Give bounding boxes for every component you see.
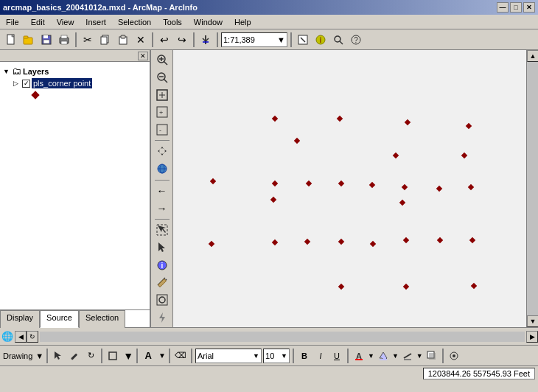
drawing-sep-6 <box>293 349 294 363</box>
go-back-button[interactable]: ← <box>153 183 171 200</box>
pan-button[interactable] <box>153 143 171 160</box>
maximize-button[interactable]: □ <box>510 2 522 13</box>
save-button[interactable] <box>38 32 55 48</box>
close-button[interactable]: ✕ <box>523 2 535 13</box>
map-point <box>469 237 475 243</box>
open-button[interactable] <box>21 32 37 48</box>
layer-name[interactable]: pls_corner point <box>32 78 92 88</box>
scroll-right-button[interactable]: ▶ <box>526 331 538 343</box>
select-button[interactable] <box>153 222 171 239</box>
scroll-left-button[interactable]: ◀ <box>15 331 27 343</box>
add-data-button[interactable] <box>198 32 214 48</box>
tab-display[interactable]: Display <box>0 310 40 328</box>
bold-button[interactable]: B <box>297 349 312 363</box>
drawing-select-button[interactable] <box>51 349 66 363</box>
title-bar: arcmap_basics_20041012a.mxd - ArcMap - A… <box>0 0 538 15</box>
fixed-zoom-out-button[interactable]: - <box>153 122 171 139</box>
zoom-in-button[interactable] <box>153 52 171 69</box>
drawing-sep-8 <box>442 349 444 363</box>
menu-insert[interactable]: Insert <box>83 16 109 28</box>
menu-view[interactable]: View <box>54 16 77 28</box>
zoom-out-button[interactable] <box>153 69 171 86</box>
side-separator-3 <box>155 219 170 220</box>
full-extent-button[interactable] <box>153 86 171 103</box>
circle-dot-button[interactable] <box>447 349 461 363</box>
drawing-pencil-button[interactable] <box>67 349 82 363</box>
svg-marker-44 <box>158 242 165 252</box>
panel-close-button[interactable]: ✕ <box>138 52 148 60</box>
copy-button[interactable] <box>97 32 113 48</box>
find-button[interactable] <box>330 32 346 48</box>
new-button[interactable] <box>3 32 19 48</box>
drawing-rect-button[interactable] <box>105 349 120 363</box>
italic-button[interactable]: I <box>313 349 328 363</box>
horizontal-scrollbar[interactable] <box>40 332 525 342</box>
identify-button[interactable]: i <box>312 32 329 48</box>
map-point <box>405 119 411 125</box>
undo-button[interactable]: ↩ <box>156 32 172 48</box>
menu-edit[interactable]: Edit <box>28 16 48 28</box>
paste-button[interactable] <box>115 32 131 48</box>
fill-color-button[interactable] <box>376 349 391 363</box>
expand-icon[interactable]: ▼ <box>3 68 10 75</box>
panel-header: ✕ <box>0 50 150 62</box>
redo-button[interactable]: ↪ <box>174 32 190 48</box>
minimize-button[interactable]: — <box>497 2 509 13</box>
line-color-button[interactable] <box>400 349 415 363</box>
magnify-button[interactable] <box>153 292 171 309</box>
help-button[interactable]: ? <box>348 32 364 48</box>
tab-source[interactable]: Source <box>40 310 79 328</box>
scroll-up-button[interactable]: ▲ <box>527 50 538 62</box>
scroll-down-button[interactable]: ▼ <box>527 315 538 327</box>
size-combo[interactable]: 10 ▼ <box>263 349 290 363</box>
drawing-rotate-button[interactable]: ↻ <box>83 349 98 363</box>
pointer-button[interactable] <box>153 239 171 256</box>
underline-button[interactable]: U <box>329 349 344 363</box>
globe-button[interactable] <box>153 161 171 178</box>
scale-combo[interactable]: 1:71,389 ▼ <box>221 32 287 47</box>
shadow-button[interactable] <box>425 349 439 363</box>
map-point <box>304 239 310 245</box>
editor-toolbar-button[interactable] <box>295 32 311 48</box>
map-point <box>370 241 376 247</box>
effects-button[interactable] <box>153 309 171 326</box>
menu-selection[interactable]: Selection <box>115 16 154 28</box>
map-point <box>209 241 214 247</box>
refresh-button[interactable]: ↻ <box>27 331 38 343</box>
map-point <box>210 178 216 184</box>
identify-tool-button[interactable]: i <box>153 256 171 273</box>
layer-expand-icon[interactable]: ▷ <box>13 80 21 87</box>
scroll-track-v[interactable] <box>527 62 538 315</box>
map-point <box>338 181 344 186</box>
svg-rect-9 <box>61 41 67 44</box>
drawing-eraser-button[interactable]: ⌫ <box>173 349 188 363</box>
menu-window[interactable]: Window <box>191 16 226 28</box>
menu-help[interactable]: Help <box>231 16 254 28</box>
svg-rect-6 <box>43 40 49 43</box>
svg-line-26 <box>164 61 167 65</box>
title-bar-buttons: — □ ✕ <box>497 2 535 13</box>
fixed-zoom-in-button[interactable]: + <box>153 104 171 121</box>
svg-rect-5 <box>43 35 48 38</box>
drawing-text-button[interactable]: A <box>141 349 156 363</box>
layer-checkbox[interactable]: ✓ <box>22 80 30 88</box>
menu-bar: File Edit View Insert Selection Tools Wi… <box>0 15 538 29</box>
menu-file[interactable]: File <box>3 16 22 28</box>
drawing-sep-1 <box>46 349 48 363</box>
main-content-area: ✕ ▼ 🗂 Layers ▷ ✓ pls_corner point Displ <box>0 50 538 327</box>
map-point <box>437 237 443 243</box>
font-combo[interactable]: Arial ▼ <box>195 349 262 363</box>
measure-button[interactable] <box>153 274 171 291</box>
map-point <box>402 184 408 190</box>
tab-selection[interactable]: Selection <box>79 310 125 328</box>
font-color-button[interactable]: A <box>352 349 366 363</box>
cut-button[interactable]: ✂ <box>80 32 96 48</box>
delete-button[interactable]: ✕ <box>133 32 149 48</box>
go-forward-button[interactable]: → <box>153 200 171 217</box>
map-point <box>403 237 409 243</box>
globe-small-button[interactable]: 🌐 <box>0 329 15 344</box>
print-button[interactable] <box>56 32 72 48</box>
svg-marker-50 <box>159 312 165 323</box>
menu-tools[interactable]: Tools <box>160 16 185 28</box>
drawing-label: Drawing <box>3 351 32 360</box>
